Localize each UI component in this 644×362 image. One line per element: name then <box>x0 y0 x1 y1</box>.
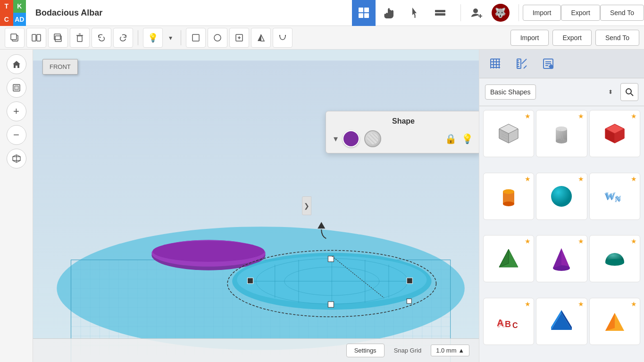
svg-rect-54 <box>407 299 411 303</box>
toolbar-right: Import Export Send To <box>510 30 639 46</box>
shape-visual-cyl <box>546 118 577 149</box>
logo: T K C AD <box>0 0 26 26</box>
svg-rect-6 <box>435 13 445 16</box>
tab-grid[interactable] <box>485 53 506 74</box>
bottom-bar: Settings Snap Grid 1.0 mm ▲ <box>33 338 479 362</box>
search-btn[interactable] <box>620 83 638 101</box>
export2-btn[interactable] <box>229 28 249 48</box>
shape-item-cone-purple[interactable]: ★ <box>536 235 587 282</box>
shape-item-text3d[interactable]: ★ W W N N <box>589 173 640 220</box>
tab-ruler[interactable] <box>511 53 532 74</box>
magnet-btn[interactable] <box>273 28 293 48</box>
nav-pick-btn[interactable] <box>403 0 427 26</box>
add-user-btn[interactable] <box>465 0 488 26</box>
shape-item-cylinder-orange[interactable]: ★ <box>483 173 534 220</box>
shape-item-prism-blue[interactable]: ★ <box>536 298 587 345</box>
scene-svg <box>33 50 479 362</box>
project-name: Bodacious Albar <box>26 8 352 18</box>
settings-btn[interactable]: Settings <box>346 344 385 357</box>
copy-btn[interactable] <box>5 28 25 48</box>
star-icon: ★ <box>631 175 637 183</box>
popup-collapse-arrow[interactable]: ▾ <box>334 134 338 144</box>
viewport[interactable]: FRONT <box>33 50 479 362</box>
separator <box>460 4 461 21</box>
svg-rect-3 <box>364 13 369 18</box>
svg-point-20 <box>214 34 221 41</box>
svg-rect-0 <box>359 8 363 12</box>
star-icon: ★ <box>578 112 584 120</box>
lock-icon[interactable]: 🔒 <box>445 133 457 144</box>
shape-item-cylinder-gray[interactable]: ★ <box>536 110 587 157</box>
shape-visual-cyl-orange <box>493 181 524 211</box>
shape-visual-pyramid-yellow <box>600 306 630 337</box>
note-btn[interactable] <box>186 28 206 48</box>
toolbar-import-btn[interactable]: Import <box>510 30 549 46</box>
send-to-btn[interactable]: Send To <box>600 5 644 21</box>
circle-btn[interactable] <box>208 28 227 48</box>
dropdown-btn[interactable]: ▾ <box>165 28 176 48</box>
svg-rect-12 <box>32 34 36 41</box>
avatar-btn[interactable]: 🐺 <box>490 2 511 23</box>
svg-point-99 <box>551 186 572 207</box>
toolbar-export-btn[interactable]: Export <box>552 30 591 46</box>
svg-rect-27 <box>15 86 18 90</box>
star-icon: ★ <box>578 300 584 308</box>
shape-item-box[interactable]: ★ <box>483 110 534 157</box>
shape-item-letters-red[interactable]: ★ A B C A <box>483 298 534 345</box>
snap-grid-label: Snap Grid <box>394 347 422 354</box>
svg-rect-11 <box>11 34 17 40</box>
perspective-btn[interactable] <box>7 149 26 168</box>
shapes-select[interactable]: Basic Shapes Letters Numbers Featured <box>485 84 536 100</box>
svg-text:W: W <box>605 190 616 202</box>
star-icon: ★ <box>525 237 531 245</box>
svg-line-70 <box>522 59 527 64</box>
nav-icons <box>352 0 452 26</box>
color-swatch-solid[interactable] <box>343 130 360 147</box>
shape-item-cube-red[interactable]: ★ <box>589 110 640 157</box>
shape-item-halfsphere-teal[interactable]: ★ <box>589 235 640 282</box>
color-swatch-hole[interactable] <box>364 130 381 147</box>
nav-block-btn[interactable] <box>428 0 452 26</box>
delete-btn[interactable] <box>70 28 90 48</box>
svg-rect-52 <box>407 278 412 284</box>
shape-visual-text3d: W W N N <box>600 181 630 211</box>
separator2 <box>519 4 519 21</box>
shape-item-sphere[interactable]: ★ <box>536 173 587 220</box>
star-icon: ★ <box>525 300 531 308</box>
toolbar-separator2 <box>181 30 181 45</box>
import-btn[interactable]: Import <box>523 5 561 21</box>
redo-btn[interactable] <box>113 28 133 48</box>
fit-btn[interactable] <box>7 78 26 98</box>
zoom-in-btn[interactable]: + <box>7 101 26 121</box>
mirror2-btn[interactable] <box>251 28 271 48</box>
shape-visual-halfsphere-teal <box>600 244 630 274</box>
light-btn[interactable]: 💡 <box>143 28 163 48</box>
svg-point-97 <box>503 189 514 194</box>
shape-item-pyramid-green[interactable]: ★ <box>483 235 534 282</box>
tab-note[interactable] <box>538 53 559 74</box>
nav-hand-btn[interactable] <box>377 0 401 26</box>
star-icon: ★ <box>631 112 637 120</box>
collapse-panel-btn[interactable]: ❯ <box>302 196 311 215</box>
shapes-select-wrapper: Basic Shapes Letters Numbers Featured <box>485 84 617 100</box>
toolbar-separator <box>138 30 138 45</box>
nav-grid-btn[interactable] <box>352 0 376 26</box>
user-icons: 🐺 <box>465 0 511 26</box>
snap-grid-value[interactable]: 1.0 mm ▲ <box>431 345 469 356</box>
svg-text:C: C <box>512 321 518 329</box>
home-btn[interactable] <box>7 54 26 74</box>
svg-marker-118 <box>605 313 615 331</box>
mirror-btn[interactable] <box>26 28 46 48</box>
svg-rect-1 <box>364 8 369 12</box>
main: + − FRONT <box>0 50 644 362</box>
duplicate-btn[interactable] <box>48 28 68 48</box>
shape-item-pyramid-yellow[interactable]: ★ <box>589 298 640 345</box>
export-btn[interactable]: Export <box>561 5 600 21</box>
undo-btn[interactable] <box>92 28 111 48</box>
bulb-icon[interactable]: 💡 <box>461 133 473 144</box>
zoom-out-btn[interactable]: − <box>7 125 26 145</box>
shape-visual-letters-red: A B C A <box>493 306 524 337</box>
svg-point-109 <box>605 259 624 266</box>
shape-popup: Shape ▾ 🔒 💡 <box>326 111 479 153</box>
toolbar-sendto-btn[interactable]: Send To <box>595 30 639 46</box>
